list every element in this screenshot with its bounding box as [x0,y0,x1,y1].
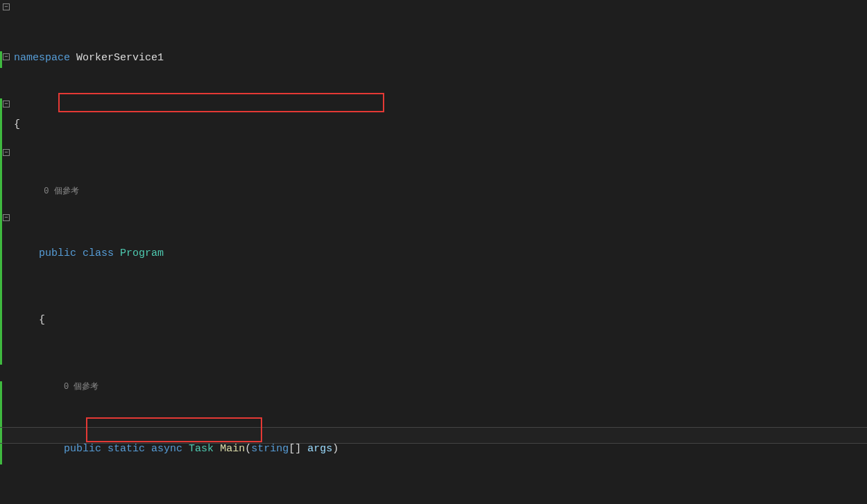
keyword-namespace: namespace [14,52,70,64]
method-main: Main [220,443,245,455]
class-name: Program [120,247,164,259]
keyword-public: public [64,443,101,455]
keyword-class: class [83,247,114,259]
type-task: Task [189,443,214,455]
change-marker [0,215,2,348]
keyword-public: public [39,247,76,259]
fold-toggle[interactable]: − [3,214,10,221]
change-marker [0,98,2,215]
fold-toggle[interactable]: − [3,149,10,156]
codelens-references[interactable]: 0 個參考 [14,183,867,195]
code-editor[interactable]: − − − − − namespace WorkerService1 { 0 個… [0,0,867,504]
code-line[interactable]: public static async Task Main(string[] a… [14,441,867,458]
fold-toggle[interactable]: − [3,101,10,107]
keyword-static: static [108,443,145,455]
brace: { [14,119,20,130]
keyword-string: string [251,443,289,455]
code-line[interactable]: public class Program [14,245,867,262]
fold-toggle[interactable]: − [3,53,10,60]
code-line[interactable]: { [14,116,867,133]
change-marker [0,348,2,365]
brace: { [39,314,45,326]
code-area[interactable]: namespace WorkerService1 { 0 個參考 public … [14,0,867,504]
code-line[interactable]: { [14,312,867,329]
fold-toggle[interactable]: − [3,3,10,10]
param-args: args [307,443,332,455]
change-marker [0,51,2,68]
code-line[interactable]: namespace WorkerService1 [14,50,867,67]
change-marker [0,381,2,415]
namespace-name: WorkerService1 [76,52,164,64]
keyword-async: async [151,443,182,455]
codelens-references[interactable]: 0 個參考 [14,379,867,391]
